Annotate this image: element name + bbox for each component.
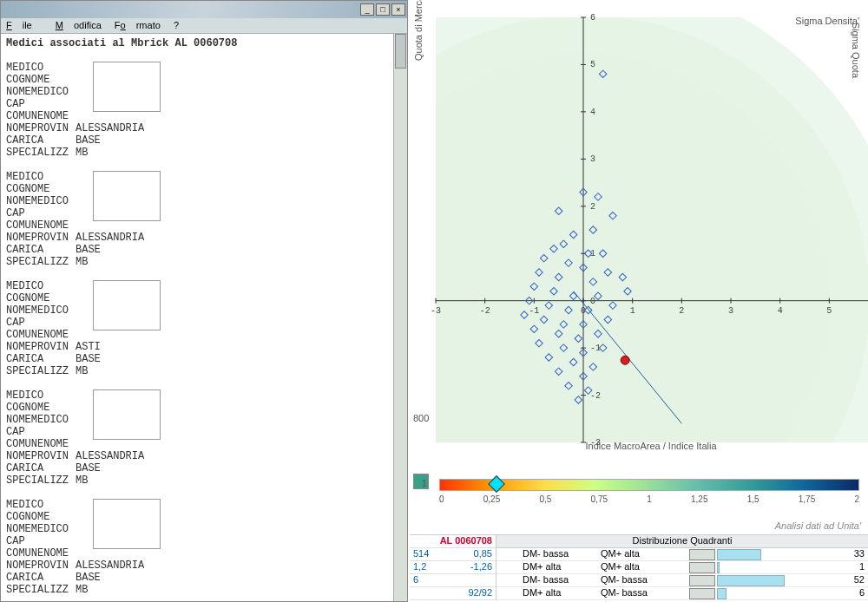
svg-rect-8 [410,0,436,468]
photo-placeholder [93,171,161,221]
svg-text:3: 3 [590,154,595,164]
quadrants-column: Distribuzione Quadranti DM- bassaQM+ alt… [496,535,868,600]
svg-text:-2: -2 [480,306,490,316]
unit-code: AL 0060708 [410,535,496,548]
quadrant-row: DM- bassaQM+ alta33 [496,548,868,561]
quadrant-row: DM+ altaQM- bassa6 [496,587,868,600]
doctor-record: MEDICOCOGNOMENOMEMEDICOCAPCOMUNENOMENOME… [6,171,402,268]
photo-placeholder [93,499,161,549]
doctor-record: MEDICOCOGNOMENOMEMEDICOCAPCOMUNENOMENOME… [6,62,402,159]
stats-column: AL 0060708 5140,85 1,2-1,26 6 92/92 [410,535,496,600]
quadrant-button[interactable] [689,562,715,573]
y-axis-label: Quota di Mercato Assoluta [413,0,424,61]
doctors-window: _ □ × File Modifica Formato ? Medici ass… [0,0,408,602]
quadrant-row: DM+ altaQM+ alta1 [496,561,868,574]
quadrant-row: DM- bassaQM- bassa52 [496,574,868,587]
photo-placeholder [93,389,161,440]
quadrants-header: Distribuzione Quadranti [496,535,868,548]
quadrant-button[interactable] [689,549,715,560]
svg-text:5: 5 [826,306,832,316]
svg-point-7 [410,0,868,468]
svg-text:-1: -1 [590,344,601,353]
maximize-icon[interactable]: □ [376,3,390,16]
svg-text:6: 6 [590,13,595,23]
close-icon[interactable]: × [391,3,405,16]
menu-formato[interactable]: Formato [115,20,161,30]
quadrant-button[interactable] [689,588,715,599]
colorbar-marker-icon [488,475,505,493]
menubar: File Modifica Formato ? [1,18,407,34]
photo-placeholder [93,62,161,112]
svg-text:-3: -3 [431,306,441,316]
doctor-record: MEDICOCOGNOMENOMEMEDICOCAPCOMUNENOMENOME… [6,280,402,377]
analisi-label: Analisi dati ad Unita' [410,520,868,534]
svg-text:2: 2 [679,306,684,316]
svg-point-105 [621,356,629,364]
svg-text:3: 3 [728,306,733,316]
svg-text:5: 5 [590,60,595,69]
svg-text:4: 4 [778,306,783,316]
sigma-density-label: Sigma Densita' [795,16,859,26]
colorbar: 1 00,250,50,7511,251,51,752 [439,479,859,504]
svg-text:4: 4 [590,108,595,117]
color-scale [439,479,859,491]
svg-text:-2: -2 [590,391,601,401]
bottom-panel: Analisi dati ad Unita' AL 0060708 5140,8… [410,520,868,602]
menu-modifica[interactable]: Modifica [56,20,102,30]
menu-file[interactable]: File [6,20,43,30]
photo-placeholder [93,280,161,330]
quadrant-button[interactable] [689,575,715,586]
svg-text:0: 0 [590,297,595,306]
page-title: Medici associati al Mbrick AL 0060708 [6,37,402,49]
svg-text:2: 2 [590,202,595,212]
svg-text:1: 1 [630,306,635,316]
doctor-record: MEDICOCOGNOMENOMEMEDICOCAPCOMUNENOMENOME… [6,389,402,487]
x-axis-label: Indice MacroArea / Indice Italia [521,441,781,451]
sigma-quota-label: Sigma Quota [851,23,861,78]
content-area: Medici associati al Mbrick AL 0060708 ME… [1,34,407,601]
svg-rect-9 [410,0,868,17]
titlebar[interactable]: _ □ × [1,1,407,18]
vertical-scrollbar[interactable] [393,34,407,601]
scrollbar-thumb[interactable] [395,34,406,69]
menu-help[interactable]: ? [174,20,179,30]
doctor-record: MEDICOCOGNOMENOMEMEDICOCAPCOMUNENOMENOME… [6,499,402,596]
minimize-icon[interactable]: _ [360,3,374,16]
svg-text:-1: -1 [529,306,539,316]
aux-y-tick: 800 [413,413,429,423]
